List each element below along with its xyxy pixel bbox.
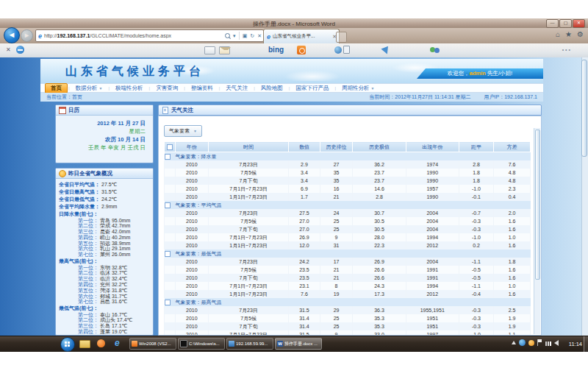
nav-item-2[interactable]: 极端性分析: [110, 84, 148, 93]
data-cell: 30.7: [353, 209, 406, 217]
ie-taskbar-icon[interactable]: e: [115, 338, 120, 348]
orange-app-icon[interactable]: [297, 46, 306, 54]
group-title-cell: 气象要素：平均气温: [175, 201, 530, 209]
nav-item-0[interactable]: 首页: [45, 83, 68, 93]
compatibility-view-icon[interactable]: ▣: [243, 33, 248, 39]
refresh-icon[interactable]: ↻: [250, 33, 254, 39]
data-cell: -0.1: [459, 193, 493, 201]
rank-item: 第六位：乳山 29.1mm: [59, 246, 150, 252]
settings-gear-icon[interactable]: ⚙: [577, 30, 584, 38]
tray-expand-icon[interactable]: [512, 341, 516, 344]
windows-taskbar: e Win2008 (VS2...C:\Windows\s...192.168.…: [0, 336, 588, 352]
calendar-title: 日历: [68, 107, 79, 114]
checkbox-icon[interactable]: [165, 251, 171, 257]
taskbar-buttons: Win2008 (VS2...C:\Windows\s...192.168.59…: [129, 338, 322, 350]
main-nav: 首页|数据分析▼|极端性分析|灾害查询|整编资料|天气关注|风险地图|国家下行产…: [40, 83, 543, 93]
rank-label: 第七位：: [78, 252, 98, 257]
close-button[interactable]: ✕: [573, 19, 585, 28]
data-cell: 7.6: [289, 290, 320, 298]
element-dropdown-button[interactable]: 气象要素 ▼: [164, 125, 202, 137]
rank-label: 第一位：: [78, 312, 98, 317]
favorites-star-icon[interactable]: ★: [565, 30, 572, 38]
nav-item-4[interactable]: 整编资料: [186, 84, 218, 93]
toolbar-overflow-dots[interactable]: •••: [562, 47, 572, 52]
data-cell: 2004: [406, 225, 459, 233]
data-cell: 1994: [406, 282, 459, 290]
bing-logo[interactable]: bing: [268, 46, 284, 54]
toolbar-icon-group-1[interactable]: [334, 46, 350, 54]
maximize-button[interactable]: ▢: [559, 19, 572, 28]
rank-item: 第五位：菏泽 31.8℃: [59, 288, 150, 294]
checkbox-icon[interactable]: [167, 144, 173, 150]
taskbar-button-1[interactable]: C:\Windows\s...: [178, 338, 225, 350]
explorer-folder-icon[interactable]: [79, 340, 90, 348]
taskbar-button-2[interactable]: 192.168.59.99...: [226, 338, 273, 350]
toolbar-close-icon[interactable]: ✕: [6, 46, 11, 53]
tray-app-icon-orange[interactable]: [528, 340, 534, 346]
data-cell: 7月5候: [208, 169, 289, 177]
nav-item-1[interactable]: 数据分析▼: [71, 84, 108, 93]
toolbar-icon-group-2[interactable]: [382, 46, 390, 52]
data-cell: 7月1日~7月23日: [208, 233, 289, 241]
data-cell: 2.8: [459, 160, 493, 169]
rank-value: 招远 38.9mm: [100, 241, 130, 246]
start-button[interactable]: [60, 337, 75, 352]
nav-item-8[interactable]: 周期性分析▼: [337, 84, 379, 93]
card-icon[interactable]: [204, 46, 215, 54]
minimize-button[interactable]: —: [546, 19, 559, 28]
rank-item: 第七位：莱州 26.0mm: [59, 252, 150, 258]
action-center-flag-icon[interactable]: [537, 339, 542, 346]
nav-item-6[interactable]: 风险地图: [256, 84, 288, 93]
home-icon[interactable]: ⌂: [556, 30, 560, 38]
new-tab-button[interactable]: [336, 32, 347, 43]
data-cell: 2.8: [353, 193, 406, 201]
checkbox-icon[interactable]: [165, 300, 171, 305]
rank-section-title: 最低气温(前七)：: [59, 305, 150, 312]
nav-item-7[interactable]: 国家下行产品: [290, 84, 334, 93]
checkbox-icon[interactable]: [165, 202, 171, 208]
search-dropdown-icon[interactable]: ▾: [233, 33, 236, 39]
rank-value: 东明 32.8℃: [100, 265, 127, 270]
checkbox-icon[interactable]: [165, 154, 171, 160]
browser-forward-button[interactable]: ►: [21, 29, 33, 42]
data-cell: 27.0: [289, 225, 320, 233]
browser-back-button[interactable]: ◄: [4, 27, 20, 43]
taskbar-clock[interactable]: 11:14: [569, 341, 582, 347]
stat-label: 全省日最高气温：: [59, 188, 100, 196]
volume-icon[interactable]: [554, 340, 559, 346]
taskbar-button-0[interactable]: Win2008 (VS2...: [129, 338, 176, 350]
taskbar-button-3[interactable]: W操作手册.docx ...: [275, 338, 322, 350]
media-player-icon[interactable]: [97, 339, 105, 347]
data-cell: 1951: [406, 322, 459, 330]
stop-icon[interactable]: ✕: [257, 33, 262, 39]
data-cell: 1991: [406, 274, 459, 282]
taskbar-button-label: C:\Windows\s...: [189, 342, 220, 346]
stat-label: 全省日最低气温：: [59, 196, 100, 203]
search-icon[interactable]: [225, 33, 230, 38]
panel-scrollbar[interactable]: [534, 128, 540, 334]
toolbar-icon-group-3[interactable]: [430, 46, 440, 53]
nav-item-3[interactable]: 灾害查询: [151, 84, 183, 93]
mail-icon[interactable]: [219, 46, 230, 54]
browser-tab[interactable]: e 山东省气候业务平... ✕: [263, 29, 340, 43]
rank-label: 第二位：: [78, 270, 98, 275]
rank-item: 第七位：昌邑 31.6℃: [59, 299, 150, 305]
row-gutter-cell: [165, 282, 176, 290]
addon-circle-icon[interactable]: [16, 46, 24, 54]
data-cell: 1990: [406, 169, 459, 177]
show-desktop-button[interactable]: [584, 336, 588, 352]
data-cell: 7月1日~7月23日: [208, 185, 289, 193]
address-bar[interactable]: e http://192.168.137.1/GLCCLIMATE/module…: [35, 29, 264, 42]
nav-item-5[interactable]: 天气关注: [220, 84, 253, 93]
data-cell: 1月1日~7月23日: [208, 193, 289, 201]
browser-scrollbar[interactable]: [581, 57, 588, 336]
rank-label: 第四位：: [78, 235, 98, 240]
panel-scrollbar-thumb[interactable]: [535, 130, 540, 280]
site-title: 山东省气候业务平台: [65, 64, 204, 79]
tray-app-icon-blue[interactable]: [519, 339, 526, 346]
data-cell: 7月23日: [208, 306, 289, 314]
browser-scrollbar-thumb[interactable]: [581, 60, 587, 157]
word-window-titlebar: 操作手册.docx - Microsoft Word — ▢ ✕: [0, 18, 588, 29]
network-icon[interactable]: [545, 342, 551, 346]
rank-value: 莱州 26.0mm: [100, 252, 130, 257]
